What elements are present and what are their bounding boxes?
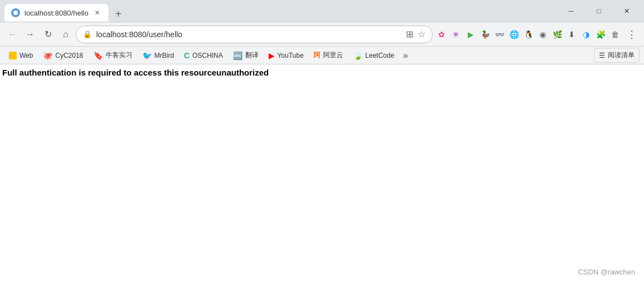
- bookmark-youtube[interactable]: ▶ YouTube: [264, 49, 308, 62]
- bookmark-github[interactable]: 🐙 CyC2018: [38, 49, 87, 62]
- navbar: ← → ↻ ⌂ 🔒 localhost:8080/user/hello ⊞ ☆ …: [0, 22, 644, 47]
- ext-icon-8[interactable]: ◉: [536, 28, 549, 41]
- ext-icon-4[interactable]: 🦆: [478, 28, 492, 41]
- bookmark-leet[interactable]: 🍃 LeetCode: [349, 49, 399, 62]
- bookmark-mrbird[interactable]: 🐦 MrBird: [138, 49, 179, 62]
- ext-icon-10[interactable]: ⬇: [565, 28, 578, 41]
- lock-icon: 🔒: [83, 30, 92, 38]
- star-icon[interactable]: ☆: [418, 29, 425, 39]
- ext-icon-5[interactable]: 👓: [493, 28, 506, 41]
- bookmark-web-label: Web: [19, 52, 33, 59]
- extensions-area: ✿ ✳ ▶ 🦆 👓 🌐 🐧 ◉ 🌿 ⬇ ◑ 🧩 🗑: [435, 28, 622, 41]
- bookmark-mrbird-label: MrBird: [155, 52, 174, 59]
- bookmark-niuke-label: 牛客实习: [106, 51, 132, 60]
- grid-icon[interactable]: ⊞: [406, 29, 413, 39]
- github-icon: 🐙: [43, 51, 52, 60]
- ext-icon-3[interactable]: ▶: [464, 28, 477, 41]
- bookmark-fanyi-label: 翻译: [245, 51, 259, 60]
- tab-title: localhost:8080/hello: [24, 9, 88, 17]
- bookmarks-bar: Web 🐙 CyC2018 🔖 牛客实习 🐦 MrBird C OSCHINA …: [0, 47, 644, 64]
- leet-icon: 🍃: [353, 51, 363, 60]
- niuke-icon: 🔖: [93, 51, 103, 60]
- bookmark-niuke[interactable]: 🔖 牛客实习: [89, 48, 137, 62]
- ext-icon-12[interactable]: 🧩: [594, 28, 607, 41]
- titlebar: localhost:8080/hello ✕ + ─ □ ✕: [0, 0, 644, 22]
- ext-icon-11[interactable]: ◑: [579, 28, 593, 41]
- window-controls: ─ □ ✕: [558, 3, 640, 19]
- watermark: CSDN @rawchen: [578, 268, 635, 276]
- youtube-icon: ▶: [269, 51, 275, 60]
- tab-area: localhost:8080/hello ✕ +: [4, 0, 558, 22]
- menu-button[interactable]: ⋮: [624, 27, 640, 42]
- home-button[interactable]: ⌂: [58, 27, 73, 42]
- new-tab-button[interactable]: +: [111, 6, 126, 22]
- close-button[interactable]: ✕: [614, 3, 640, 19]
- bookmark-github-label: CyC2018: [55, 52, 83, 59]
- forward-button[interactable]: →: [22, 27, 38, 42]
- bookmarks-more-button[interactable]: »: [400, 48, 412, 63]
- ext-icon-2[interactable]: ✳: [449, 28, 463, 41]
- bookmark-web[interactable]: Web: [4, 49, 37, 62]
- tab-favicon: [11, 8, 20, 17]
- reload-button[interactable]: ↻: [40, 27, 56, 42]
- bookmark-leet-label: LeetCode: [365, 52, 394, 59]
- ext-icon-13[interactable]: 🗑: [608, 28, 622, 41]
- active-tab[interactable]: localhost:8080/hello ✕: [4, 4, 108, 22]
- back-button[interactable]: ←: [4, 27, 20, 42]
- reading-mode-icon: ☰: [599, 52, 605, 59]
- address-bar[interactable]: 🔒 localhost:8080/user/hello ⊞ ☆: [76, 26, 433, 43]
- reading-mode-label: 阅读清单: [608, 51, 635, 60]
- bookmark-ali[interactable]: 阿 阿里云: [309, 48, 348, 62]
- bookmark-ali-label: 阿里云: [323, 51, 343, 60]
- error-message: Full authentication is required to acces…: [2, 68, 269, 77]
- web-folder-icon: [9, 52, 17, 59]
- bookmark-oschina[interactable]: C OSCHINA: [180, 49, 227, 62]
- mrbird-icon: 🐦: [142, 51, 152, 60]
- page-content: Full authentication is required to acces…: [0, 64, 644, 81]
- ext-icon-1[interactable]: ✿: [435, 28, 448, 41]
- reading-mode-button[interactable]: ☰ 阅读清单: [594, 48, 640, 63]
- bookmark-youtube-label: YouTube: [278, 52, 304, 59]
- ext-icon-6[interactable]: 🌐: [507, 28, 521, 41]
- ali-icon: 阿: [314, 51, 320, 60]
- fanyi-icon: 🔤: [233, 51, 242, 60]
- ext-icon-9[interactable]: 🌿: [551, 28, 564, 41]
- oschina-icon: C: [184, 51, 190, 60]
- ext-icon-7[interactable]: 🐧: [522, 28, 535, 41]
- bookmark-oschina-label: OSCHINA: [192, 52, 223, 59]
- address-text: localhost:8080/user/hello: [96, 30, 402, 39]
- maximize-button[interactable]: □: [586, 3, 612, 19]
- tab-close-button[interactable]: ✕: [93, 8, 102, 17]
- minimize-button[interactable]: ─: [558, 3, 584, 19]
- bookmark-fanyi[interactable]: 🔤 翻译: [229, 48, 263, 62]
- watermark-text: CSDN @rawchen: [578, 268, 635, 276]
